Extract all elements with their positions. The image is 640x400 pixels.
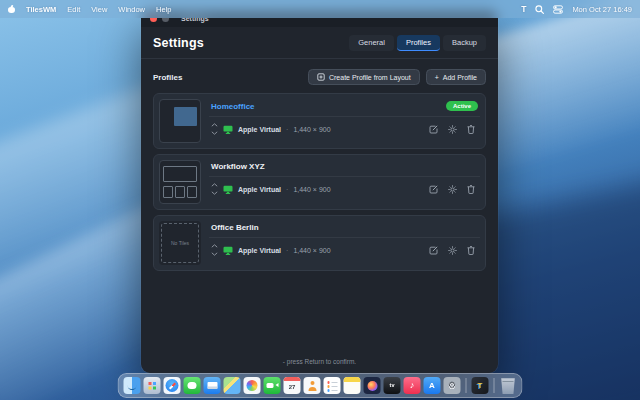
chevron-up-icon[interactable] — [211, 123, 218, 127]
profile-name[interactable]: Workflow XYZ — [211, 162, 265, 171]
profile-card-workflow-xyz[interactable]: Workflow XYZ Apple Virtual · 1,440 × 900 — [153, 154, 486, 210]
edit-icon[interactable] — [429, 185, 438, 194]
display-name: Apple Virtual — [238, 247, 281, 254]
chevron-down-icon[interactable] — [211, 191, 218, 195]
calendar-dock-icon[interactable]: 27 — [284, 377, 301, 394]
display-row: Apple Virtual · 1,440 × 900 — [209, 177, 480, 197]
mail-dock-icon[interactable] — [204, 377, 221, 394]
chevron-down-icon[interactable] — [211, 131, 218, 135]
tab-general[interactable]: General — [349, 35, 394, 51]
apple-menu-icon[interactable] — [8, 5, 15, 13]
add-profile-button[interactable]: + Add Profile — [426, 69, 486, 85]
profile-list: Homeoffice Active Apple Virtual · 1,440 … — [141, 93, 498, 271]
reorder-chevrons — [211, 123, 218, 135]
layout-thumbnail — [159, 99, 201, 143]
create-profile-from-layout-button[interactable]: Create Profile from Layout — [308, 69, 420, 85]
section-title: Profiles — [153, 73, 182, 82]
monitor-icon — [223, 185, 233, 194]
active-badge: Active — [446, 101, 478, 111]
chevron-up-icon[interactable] — [211, 183, 218, 187]
gear-icon[interactable] — [448, 125, 457, 134]
monitor-icon — [223, 125, 233, 134]
trash-icon[interactable] — [467, 125, 475, 134]
messages-dock-icon[interactable] — [184, 377, 201, 394]
profiles-section-header: Profiles Create Profile from Layout + Ad… — [141, 59, 498, 93]
meta-separator: · — [286, 186, 288, 193]
finder-dock-icon[interactable] — [124, 377, 141, 394]
facetime-dock-icon[interactable] — [264, 377, 281, 394]
chevron-up-icon[interactable] — [211, 244, 218, 248]
settings-window: Settings Settings General Profiles Backu… — [141, 10, 498, 373]
menu-window[interactable]: Window — [118, 5, 145, 14]
control-center-icon[interactable] — [553, 5, 563, 14]
gear-icon[interactable] — [448, 246, 457, 255]
chevron-down-icon[interactable] — [211, 252, 218, 256]
tv-glyph: tv — [390, 383, 395, 389]
menu-edit[interactable]: Edit — [67, 5, 80, 14]
settings-glyph: ⚙ — [448, 381, 456, 390]
photos-dock-icon[interactable] — [244, 377, 261, 394]
music-dock-icon[interactable]: ♪ — [404, 377, 421, 394]
tileswm-status-icon[interactable]: T — [521, 4, 526, 14]
display-resolution: 1,440 × 900 — [293, 186, 330, 193]
profile-name[interactable]: Office Berlin — [211, 223, 259, 232]
profile-card-office-berlin[interactable]: No Tiles Office Berlin Apple Virtual · 1… — [153, 215, 486, 271]
reorder-chevrons — [211, 183, 218, 195]
dock: 27tv♪A⚙T — [118, 373, 523, 398]
display-actions — [429, 125, 478, 134]
tab-backup[interactable]: Backup — [443, 35, 486, 51]
maps-dock-icon[interactable] — [224, 377, 241, 394]
menu-bar-status: T Mon Oct 27 16:49 — [521, 4, 632, 14]
notes-dock-icon[interactable] — [344, 377, 361, 394]
reorder-chevrons — [211, 244, 218, 256]
siri-dock-icon[interactable] — [364, 377, 381, 394]
profile-card-body: Homeoffice Active Apple Virtual · 1,440 … — [209, 99, 480, 143]
display-name: Apple Virtual — [238, 186, 281, 193]
menu-clock[interactable]: Mon Oct 27 16:49 — [572, 5, 632, 14]
display-resolution: 1,440 × 900 — [293, 126, 330, 133]
layout-tile — [174, 107, 196, 126]
appstore-dock-icon[interactable]: A — [424, 377, 441, 394]
trash-dock-icon[interactable] — [500, 377, 517, 394]
tileswm-dock-icon[interactable]: T — [472, 377, 489, 394]
reminders-dock-icon[interactable] — [324, 377, 341, 394]
meta-separator: · — [286, 247, 288, 254]
dock-separator — [466, 378, 467, 393]
tab-profiles[interactable]: Profiles — [397, 35, 440, 51]
menu-help[interactable]: Help — [156, 5, 171, 14]
settings-dock-icon[interactable]: ⚙ — [444, 377, 461, 394]
profile-name[interactable]: Homeoffice — [211, 102, 255, 111]
gear-icon[interactable] — [448, 185, 457, 194]
dock-separator — [494, 378, 495, 393]
plus-icon: + — [435, 74, 439, 81]
search-icon[interactable] — [535, 5, 544, 14]
add-profile-label: Add Profile — [443, 74, 477, 81]
profile-actions: Create Profile from Layout + Add Profile — [308, 69, 486, 85]
appstore-glyph: A — [429, 382, 435, 390]
display-actions — [429, 185, 478, 194]
menu-view[interactable]: View — [91, 5, 107, 14]
window-header: Settings General Profiles Backup — [141, 27, 498, 58]
page-title: Settings — [153, 36, 204, 50]
edit-icon[interactable] — [429, 246, 438, 255]
profile-card-homeoffice[interactable]: Homeoffice Active Apple Virtual · 1,440 … — [153, 93, 486, 149]
music-glyph: ♪ — [410, 381, 415, 390]
display-row: Apple Virtual · 1,440 × 900 — [209, 238, 480, 258]
no-tiles-label: No Tiles — [159, 221, 201, 265]
trash-icon[interactable] — [467, 185, 475, 194]
calendar-glyph: 27 — [289, 384, 296, 390]
safari-dock-icon[interactable] — [164, 377, 181, 394]
menu-bar-left: TilesWM Edit View Window Help — [8, 5, 171, 14]
contacts-dock-icon[interactable] — [304, 377, 321, 394]
trash-icon[interactable] — [467, 246, 475, 255]
display-resolution: 1,440 × 900 — [293, 247, 330, 254]
menu-app-name[interactable]: TilesWM — [26, 5, 56, 14]
launchpad-dock-icon[interactable] — [144, 377, 161, 394]
layout-tile — [163, 186, 173, 198]
edit-icon[interactable] — [429, 125, 438, 134]
display-name: Apple Virtual — [238, 126, 281, 133]
footer-hint: - press Return to confirm. — [141, 358, 498, 373]
tv-dock-icon[interactable]: tv — [384, 377, 401, 394]
layout-thumbnail — [159, 160, 201, 204]
layout-tile — [163, 166, 197, 182]
